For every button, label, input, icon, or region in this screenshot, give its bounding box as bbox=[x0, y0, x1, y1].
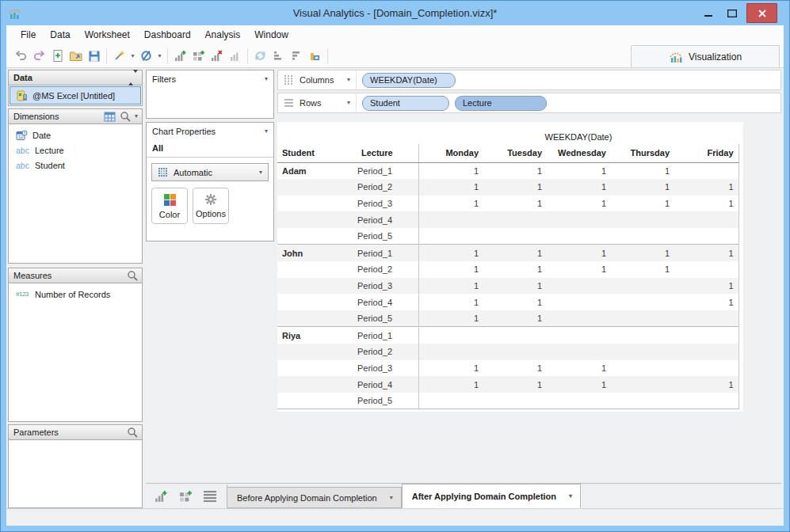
col-header-thursday[interactable]: Thursday bbox=[611, 144, 674, 162]
value-cell[interactable] bbox=[483, 228, 547, 245]
student-cell[interactable]: Adam bbox=[277, 162, 357, 179]
student-cell[interactable]: John bbox=[277, 245, 357, 261]
value-cell[interactable] bbox=[674, 261, 738, 278]
collapse-icon[interactable]: ▾ bbox=[265, 76, 268, 82]
swap-axes-icon[interactable] bbox=[251, 47, 269, 66]
value-cell[interactable] bbox=[547, 294, 611, 310]
lecture-cell[interactable]: Period_2 bbox=[357, 344, 418, 360]
student-cell[interactable] bbox=[277, 228, 357, 245]
value-cell[interactable]: 1 bbox=[483, 261, 547, 278]
student-cell[interactable] bbox=[277, 294, 357, 310]
refresh-dropdown-icon[interactable]: ▾ bbox=[155, 47, 164, 66]
chart-properties-header[interactable]: Chart Properties ▾ bbox=[147, 123, 273, 139]
lecture-cell[interactable]: Period_1 bbox=[357, 162, 418, 179]
value-cell[interactable]: 1 bbox=[674, 294, 738, 310]
value-cell[interactable]: 1 bbox=[547, 179, 611, 196]
value-cell[interactable]: 1 bbox=[483, 278, 547, 294]
add-worksheet-icon[interactable] bbox=[171, 47, 189, 66]
lecture-cell[interactable]: Period_1 bbox=[357, 327, 418, 344]
menu-analysis[interactable]: Analysis bbox=[198, 26, 248, 44]
value-cell[interactable]: 1 bbox=[418, 294, 483, 310]
lecture-cell[interactable]: Period_2 bbox=[357, 261, 418, 278]
measures-header[interactable]: Measures bbox=[8, 268, 143, 283]
student-cell[interactable] bbox=[277, 278, 357, 294]
lecture-cell[interactable]: Period_5 bbox=[357, 393, 418, 409]
value-cell[interactable] bbox=[674, 344, 738, 360]
value-cell[interactable] bbox=[674, 327, 738, 344]
save-icon[interactable] bbox=[85, 47, 103, 66]
value-cell[interactable]: 1 bbox=[418, 278, 483, 294]
new-worksheet-icon[interactable] bbox=[154, 489, 168, 504]
search-icon[interactable] bbox=[120, 111, 131, 122]
value-cell[interactable] bbox=[547, 211, 611, 228]
maximize-button[interactable] bbox=[720, 5, 743, 22]
menu-worksheet[interactable]: Worksheet bbox=[78, 26, 137, 44]
columns-shelf-label[interactable]: Columns ▾ bbox=[278, 70, 357, 89]
view-data-icon[interactable] bbox=[104, 112, 116, 122]
datasource-item[interactable]: @MS Excel [Untitled] bbox=[10, 86, 141, 104]
value-cell[interactable]: 1 bbox=[547, 196, 611, 212]
search-icon[interactable] bbox=[127, 270, 138, 281]
value-cell[interactable]: 1 bbox=[547, 245, 611, 261]
value-cell[interactable]: 1 bbox=[483, 245, 547, 261]
student-cell[interactable] bbox=[277, 310, 357, 327]
sort-ascending-icon[interactable] bbox=[269, 47, 288, 66]
value-cell[interactable] bbox=[674, 360, 738, 377]
menu-data[interactable]: Data bbox=[43, 26, 77, 44]
value-cell[interactable]: 1 bbox=[483, 196, 547, 212]
student-cell[interactable] bbox=[277, 344, 357, 360]
value-cell[interactable] bbox=[483, 211, 547, 228]
value-cell[interactable] bbox=[674, 162, 738, 179]
value-cell[interactable] bbox=[418, 327, 483, 344]
tab-before-domain-completion[interactable]: Before Applying Domain Completion ▾ bbox=[227, 487, 402, 508]
value-cell[interactable]: 1 bbox=[483, 162, 547, 179]
color-button[interactable]: Color bbox=[151, 188, 188, 224]
value-cell[interactable] bbox=[611, 327, 674, 344]
value-cell[interactable] bbox=[547, 278, 611, 294]
value-cell[interactable] bbox=[611, 360, 674, 377]
value-cell[interactable]: 1 bbox=[418, 162, 483, 179]
value-cell[interactable]: 1 bbox=[483, 360, 547, 377]
data-wand-icon[interactable] bbox=[110, 47, 128, 66]
pill-lecture[interactable]: Lecture bbox=[455, 96, 547, 111]
dimension-lecture[interactable]: abc Lecture bbox=[9, 142, 142, 158]
value-cell[interactable] bbox=[418, 344, 483, 360]
value-cell[interactable]: 1 bbox=[674, 376, 738, 393]
show-labels-icon[interactable] bbox=[306, 47, 324, 66]
student-cell[interactable] bbox=[277, 211, 357, 228]
value-cell[interactable] bbox=[483, 393, 547, 409]
value-cell[interactable] bbox=[674, 228, 738, 245]
redo-icon[interactable] bbox=[30, 47, 48, 66]
value-cell[interactable]: 1 bbox=[674, 278, 738, 294]
dimension-date[interactable]: 12 Date bbox=[9, 127, 142, 142]
lecture-cell[interactable]: Period_3 bbox=[357, 278, 418, 294]
lecture-cell[interactable]: Period_5 bbox=[357, 310, 418, 327]
value-cell[interactable] bbox=[547, 393, 611, 409]
value-cell[interactable] bbox=[418, 211, 483, 228]
value-cell[interactable] bbox=[547, 228, 611, 245]
open-folder-icon[interactable] bbox=[67, 47, 85, 66]
value-cell[interactable] bbox=[611, 344, 674, 360]
worksheet-list-icon[interactable] bbox=[203, 490, 217, 502]
value-cell[interactable] bbox=[611, 294, 674, 310]
value-cell[interactable]: 1 bbox=[547, 162, 611, 179]
value-cell[interactable]: 1 bbox=[674, 245, 738, 261]
value-cell[interactable]: 1 bbox=[418, 261, 483, 278]
value-cell[interactable] bbox=[611, 278, 674, 294]
value-cell[interactable]: 1 bbox=[611, 261, 674, 278]
value-cell[interactable] bbox=[674, 310, 738, 327]
value-cell[interactable]: 1 bbox=[418, 310, 483, 327]
col-header-student[interactable]: Student bbox=[277, 144, 357, 162]
value-cell[interactable] bbox=[483, 327, 547, 344]
dimensions-menu-icon[interactable]: ▾ bbox=[135, 113, 138, 120]
lecture-cell[interactable]: Period_3 bbox=[357, 196, 418, 212]
student-cell[interactable] bbox=[277, 376, 357, 393]
pill-weekday-date[interactable]: WEEKDAY(Date) bbox=[362, 73, 456, 88]
clear-worksheet-icon[interactable] bbox=[208, 47, 226, 66]
col-header-friday[interactable]: Friday bbox=[674, 144, 738, 162]
value-cell[interactable] bbox=[418, 393, 483, 409]
duplicate-worksheet-icon[interactable] bbox=[226, 47, 244, 66]
refresh-icon[interactable] bbox=[137, 47, 155, 66]
student-cell[interactable]: Riya bbox=[277, 327, 357, 344]
value-cell[interactable]: 1 bbox=[418, 196, 483, 212]
